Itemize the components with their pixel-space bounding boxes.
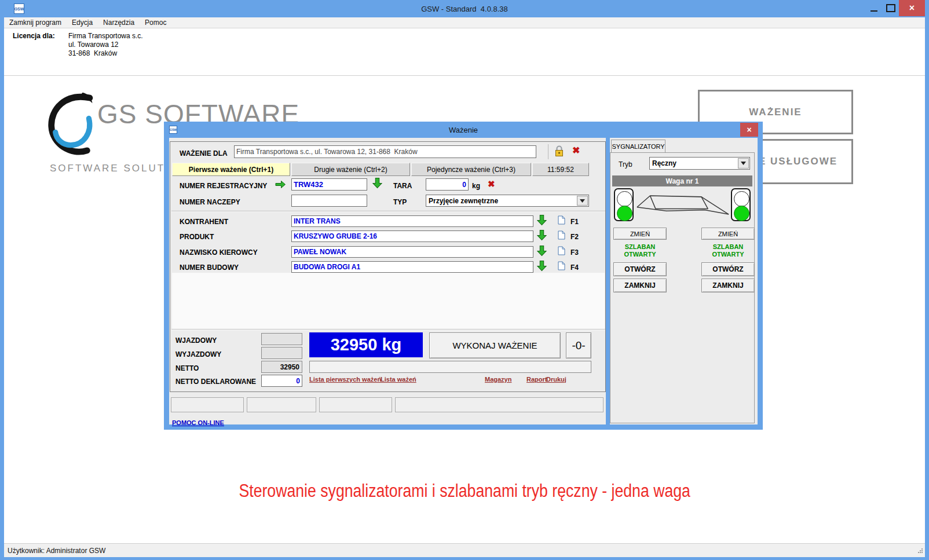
tab-pierwsze-wazenie[interactable]: Pierwsze ważenie (Ctrl+1) [172, 163, 290, 176]
window-title: GSW - Standard 4.0.8.38 [0, 0, 929, 17]
tryb-select[interactable]: Ręczny [649, 157, 750, 170]
arrow-down-icon[interactable] [537, 229, 547, 241]
resize-grip[interactable] [917, 548, 923, 554]
numer-budowy-label: NUMER BUDOWY [180, 263, 239, 272]
zamknij-button-right[interactable]: ZAMKNIJ [701, 279, 755, 292]
waga-header-text: Waga nr 1 [666, 177, 699, 185]
lista-wazen-link[interactable]: Lista ważeń [381, 376, 416, 383]
wyjazdowy-value [261, 347, 302, 359]
numer-naczepy-label: NUMER NACZEPY [180, 198, 240, 206]
produkt-input[interactable]: KRUSZYWO GRUBE 2-16 [291, 230, 533, 242]
tryb-value: Ręczny [652, 159, 676, 167]
tara-unit: kg [472, 182, 480, 190]
clear-tara-icon[interactable]: ✖ [488, 180, 495, 188]
tab-label: Pierwsze ważenie (Ctrl+1) [189, 166, 273, 174]
license-line-1: Firma Transportowa s.c. [68, 32, 143, 40]
netto-deklarowane-label: NETTO DEKLAROWANE [175, 378, 256, 386]
minimize-icon [871, 10, 877, 12]
arrow-right-icon [275, 180, 286, 189]
arrow-down-icon[interactable] [537, 214, 547, 226]
document-icon[interactable] [558, 246, 565, 255]
dropdown-arrow-icon[interactable] [738, 158, 749, 169]
license-line-2: ul. Towarowa 12 [68, 41, 119, 49]
document-icon[interactable] [558, 215, 565, 225]
red-lamp-off [617, 191, 632, 207]
szlaban-line2: OTWARTY [701, 251, 755, 258]
wjazdowy-value [261, 333, 302, 345]
typ-select[interactable]: Przyjęcie zewnętrzne [426, 195, 589, 207]
magazyn-link[interactable]: Magazyn [485, 376, 511, 383]
szlaban-status-left: SZLABAN OTWARTY [613, 243, 667, 258]
wazenie-dla-input[interactable]: Firma Transportowa s.c., ul. Towarowa 12… [234, 145, 536, 158]
window-border-left [0, 17, 4, 560]
zero-button[interactable]: -0- [566, 332, 591, 358]
tab-label: Drugie ważenie (Ctrl+2) [314, 166, 387, 174]
zmien-button-right[interactable]: ZMIEŃ [701, 228, 755, 240]
fkey-label: F1 [570, 218, 579, 226]
wykonaj-wazenie-button[interactable]: WYKONAJ WAŻENIE [429, 332, 561, 358]
sygnalizatory-tab-label: SYGNALIZATORY [612, 143, 664, 150]
tara-label: TARA [393, 182, 412, 190]
pomoc-online-link[interactable]: POMOC ON-LINE [172, 419, 224, 426]
document-icon[interactable] [558, 261, 565, 270]
otworz-label: OTWÓRZ [712, 265, 743, 273]
numer-naczepy-input[interactable] [291, 195, 367, 207]
license-label: Licencja dla: [13, 32, 55, 40]
otworz-button-left[interactable]: OTWÓRZ [613, 262, 667, 276]
status-user: Użytkownik: Administrator GSW [8, 547, 105, 555]
dialog-title: Ważenie [164, 122, 763, 138]
szlaban-line1: SZLABAN [701, 243, 755, 251]
menu-edycja[interactable]: Edycja [67, 19, 98, 27]
close-button[interactable]: × [899, 0, 925, 16]
zmien-label: ZMIEŃ [718, 230, 738, 237]
dialog-close-button[interactable]: × [740, 123, 758, 137]
weighbridge-graphic [636, 191, 730, 219]
zamknij-button-left[interactable]: ZAMKNIJ [613, 279, 667, 292]
raport-link[interactable]: Raport [526, 376, 547, 383]
kontrahent-input[interactable]: INTER TRANS [291, 215, 533, 227]
fkey-label: F4 [570, 263, 579, 272]
tara-input[interactable]: 0 [426, 178, 469, 191]
lista-pierwszych-wazen-link[interactable]: Lista pierwszych ważeń [309, 376, 381, 383]
tab-sygnalizatory[interactable]: SYGNALIZATORY [611, 140, 665, 153]
wyjazdowy-label: WYJAZDOWY [175, 350, 221, 358]
status-box [171, 397, 244, 412]
green-lamp-on [734, 206, 749, 221]
weight-display: 32950 kg [309, 332, 423, 357]
header-divider [4, 75, 925, 76]
section-divider [171, 329, 605, 330]
kontrahent-label: KONTRAHENT [180, 218, 228, 226]
arrow-down-icon[interactable] [372, 177, 382, 189]
otworz-label: OTWÓRZ [624, 265, 655, 273]
window-border-right [925, 17, 929, 560]
arrow-down-icon[interactable] [537, 260, 547, 272]
tryb-label: Tryb [619, 160, 632, 169]
numer-rejestracyjny-input[interactable]: TRW432 [291, 178, 367, 191]
minimize-button[interactable] [866, 0, 882, 16]
fkey-label: F2 [570, 233, 579, 241]
typ-label: TYP [393, 198, 407, 206]
dropdown-arrow-icon[interactable] [577, 196, 588, 206]
drukuj-link[interactable]: Drukuj [546, 376, 566, 383]
clear-client-icon[interactable]: ✖ [572, 146, 580, 155]
numer-budowy-input[interactable]: BUDOWA DROGI A1 [291, 261, 533, 273]
menu-zamknij-program[interactable]: Zamknij program [4, 19, 67, 27]
zmien-button-left[interactable]: ZMIEŃ [613, 228, 667, 240]
document-icon[interactable] [558, 230, 565, 240]
tab-pojedyncze-wazenie[interactable]: Pojedyncze ważenie (Ctrl+3) [411, 163, 531, 176]
menu-narzedzia[interactable]: Narzędzia [98, 19, 140, 27]
clock-display: 11:59:52 [532, 163, 589, 176]
nazwisko-kierowcy-input[interactable]: PAWEŁ NOWAK [291, 246, 533, 258]
maximize-button[interactable] [883, 0, 899, 16]
tab-drugie-wazenie[interactable]: Drugie ważenie (Ctrl+2) [291, 163, 410, 176]
szlaban-line1: SZLABAN [613, 243, 667, 251]
green-lamp-on [617, 206, 632, 221]
netto-deklarowane-input[interactable]: 0 [261, 375, 302, 387]
status-box [319, 397, 392, 412]
otworz-button-right[interactable]: OTWÓRZ [701, 262, 755, 276]
lock-icon[interactable] [554, 145, 564, 157]
arrow-down-icon[interactable] [537, 245, 547, 257]
license-line-3: 31-868 Kraków [68, 49, 117, 57]
menu-pomoc[interactable]: Pomoc [140, 19, 171, 27]
red-lamp-off [734, 191, 749, 207]
